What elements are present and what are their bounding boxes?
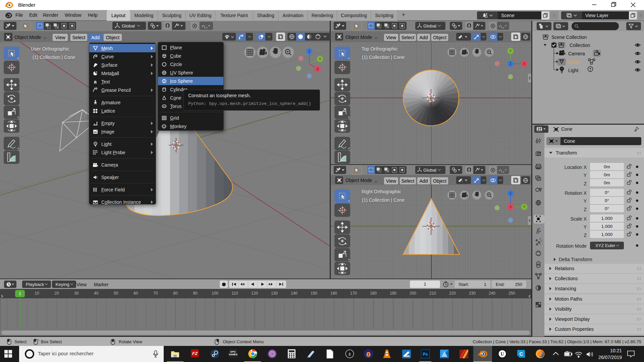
svg-text:Y: Y [523,205,526,209]
svg-text:C: C [520,351,523,357]
svg-text:X: X [509,205,512,209]
svg-text:ß: ß [348,352,351,357]
svg-text:Z: Z [509,62,512,66]
svg-text:Y: Y [509,49,512,53]
svg-text:Z: Z [509,192,512,195]
svg-text:Y: Y [319,57,321,61]
svg-text:X: X [317,67,319,71]
svg-text:X: X [523,62,526,66]
svg-text:Ps: Ps [423,352,428,357]
svg-text:Z: Z [308,50,310,53]
svg-text:U: U [500,352,504,357]
